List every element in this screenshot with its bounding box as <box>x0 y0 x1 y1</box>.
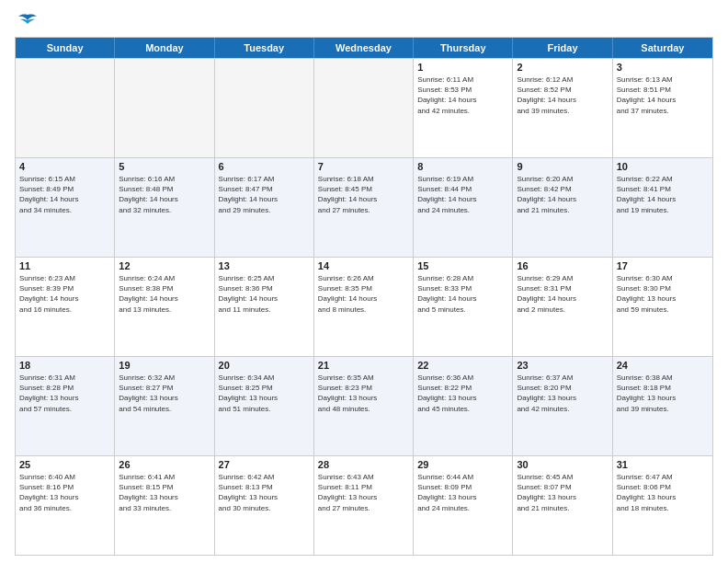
cal-cell-11: 11Sunrise: 6:23 AMSunset: 8:39 PMDayligh… <box>16 258 115 356</box>
day-number: 10 <box>617 161 709 172</box>
cell-info-line: and 42 minutes. <box>517 404 608 414</box>
cell-info-line: and 39 minutes. <box>617 404 709 414</box>
header-day-sunday: Sunday <box>16 38 115 58</box>
cell-info-line: Sunrise: 6:16 AM <box>119 174 210 184</box>
cell-info-line: Sunrise: 6:31 AM <box>19 373 110 383</box>
cell-info-line: Sunset: 8:20 PM <box>517 383 608 393</box>
cell-info-line: and 13 minutes. <box>119 304 210 315</box>
day-number: 19 <box>119 360 210 371</box>
day-number: 11 <box>19 260 110 271</box>
cell-info-line: Sunset: 8:18 PM <box>617 383 709 393</box>
cell-info-line: Sunrise: 6:23 AM <box>19 273 110 283</box>
cell-info-line: Sunset: 8:52 PM <box>517 85 608 95</box>
cell-info-line: Daylight: 14 hours <box>19 293 110 304</box>
cell-info-line: and 18 minutes. <box>617 503 709 513</box>
cal-cell-25: 25Sunrise: 6:40 AMSunset: 8:16 PMDayligh… <box>16 456 115 555</box>
day-number: 30 <box>517 459 608 470</box>
cell-info-line: Sunset: 8:36 PM <box>219 283 310 293</box>
cal-cell-12: 12Sunrise: 6:24 AMSunset: 8:38 PMDayligh… <box>115 258 214 356</box>
cell-info-line: and 11 minutes. <box>219 304 310 315</box>
cal-cell-15: 15Sunrise: 6:28 AMSunset: 8:33 PMDayligh… <box>414 258 513 356</box>
cell-info-line: and 37 minutes. <box>617 106 709 116</box>
cell-info-line: and 27 minutes. <box>318 205 409 215</box>
cell-info-line: and 5 minutes. <box>417 304 508 315</box>
cell-info-line: Daylight: 13 hours <box>19 492 110 502</box>
cell-info-line: Sunset: 8:48 PM <box>119 184 210 194</box>
cell-info-line: Sunset: 8:09 PM <box>417 482 508 492</box>
day-number: 27 <box>219 459 310 470</box>
cell-info-line: Daylight: 14 hours <box>219 293 310 304</box>
day-number: 14 <box>318 260 409 271</box>
cell-info-line: and 34 minutes. <box>19 205 110 215</box>
cal-cell-22: 22Sunrise: 6:36 AMSunset: 8:22 PMDayligh… <box>414 357 513 455</box>
cell-info-line: Daylight: 14 hours <box>617 95 709 105</box>
cell-info-line: Sunset: 8:41 PM <box>617 184 709 194</box>
day-number: 28 <box>318 459 409 470</box>
cell-info-line: Sunset: 8:27 PM <box>119 383 210 393</box>
cell-info-line: Sunset: 8:38 PM <box>119 283 210 293</box>
cell-info-line: Sunset: 8:33 PM <box>417 283 508 293</box>
cell-info-line: and 48 minutes. <box>318 404 409 414</box>
cell-info-line: Sunset: 8:23 PM <box>318 383 409 393</box>
cal-cell-18: 18Sunrise: 6:31 AMSunset: 8:28 PMDayligh… <box>16 357 115 455</box>
cell-info-line: Sunset: 8:25 PM <box>219 383 310 393</box>
cal-cell-1: 1Sunrise: 6:11 AMSunset: 8:53 PMDaylight… <box>414 59 513 157</box>
week-row-1: 1Sunrise: 6:11 AMSunset: 8:53 PMDaylight… <box>16 58 712 157</box>
day-number: 15 <box>417 260 508 271</box>
cell-info-line: Sunset: 8:22 PM <box>417 383 508 393</box>
cell-info-line: and 24 minutes. <box>417 205 508 215</box>
cal-cell-23: 23Sunrise: 6:37 AMSunset: 8:20 PMDayligh… <box>513 357 612 455</box>
calendar: SundayMondayTuesdayWednesdayThursdayFrid… <box>15 37 713 556</box>
cell-info-line: Sunrise: 6:43 AM <box>318 472 409 482</box>
cal-cell-5: 5Sunrise: 6:16 AMSunset: 8:48 PMDaylight… <box>115 158 214 257</box>
header-day-saturday: Saturday <box>613 38 712 58</box>
cell-info-line: and 19 minutes. <box>617 205 709 215</box>
cell-info-line: and 30 minutes. <box>219 503 310 513</box>
cell-info-line: Daylight: 13 hours <box>417 393 508 403</box>
cell-info-line: Daylight: 14 hours <box>119 293 210 304</box>
day-number: 8 <box>417 161 508 172</box>
cell-info-line: and 29 minutes. <box>219 205 310 215</box>
cell-info-line: and 57 minutes. <box>19 404 110 414</box>
cell-info-line: Sunset: 8:51 PM <box>617 85 709 95</box>
cell-info-line: Daylight: 13 hours <box>219 492 310 502</box>
cell-info-line: Sunrise: 6:37 AM <box>517 373 608 383</box>
cal-cell-27: 27Sunrise: 6:42 AMSunset: 8:13 PMDayligh… <box>215 456 314 555</box>
cal-cell-20: 20Sunrise: 6:34 AMSunset: 8:25 PMDayligh… <box>215 357 314 455</box>
day-number: 20 <box>219 360 310 371</box>
cal-cell-8: 8Sunrise: 6:19 AMSunset: 8:44 PMDaylight… <box>414 158 513 257</box>
cell-info-line: and 27 minutes. <box>318 503 409 513</box>
cell-info-line: Daylight: 13 hours <box>417 492 508 502</box>
cell-info-line: Daylight: 14 hours <box>417 293 508 304</box>
day-number: 31 <box>617 459 709 470</box>
cell-info-line: Daylight: 14 hours <box>318 194 409 204</box>
cell-info-line: Daylight: 14 hours <box>517 293 608 304</box>
cell-info-line: and 33 minutes. <box>119 503 210 513</box>
cal-cell-4: 4Sunrise: 6:15 AMSunset: 8:49 PMDaylight… <box>16 158 115 257</box>
cell-info-line: Sunset: 8:53 PM <box>417 85 508 95</box>
cell-info-line: Sunset: 8:16 PM <box>19 482 110 492</box>
cal-cell-24: 24Sunrise: 6:38 AMSunset: 8:18 PMDayligh… <box>613 357 712 455</box>
day-number: 12 <box>119 260 210 271</box>
cell-info-line: Daylight: 13 hours <box>517 492 608 502</box>
cell-info-line: Sunrise: 6:18 AM <box>318 174 409 184</box>
cell-info-line: Daylight: 14 hours <box>318 293 409 304</box>
cal-cell-3: 3Sunrise: 6:13 AMSunset: 8:51 PMDaylight… <box>613 59 712 157</box>
cell-info-line: and 42 minutes. <box>417 106 508 116</box>
cell-info-line: Sunset: 8:30 PM <box>617 283 709 293</box>
day-number: 26 <box>119 459 210 470</box>
cell-info-line: Sunrise: 6:28 AM <box>417 273 508 283</box>
cell-info-line: Sunset: 8:47 PM <box>219 184 310 194</box>
cell-info-line: Daylight: 13 hours <box>19 393 110 403</box>
cell-info-line: Sunrise: 6:11 AM <box>417 75 508 85</box>
day-number: 21 <box>318 360 409 371</box>
cell-info-line: Sunrise: 6:17 AM <box>219 174 310 184</box>
cell-info-line: Sunset: 8:35 PM <box>318 283 409 293</box>
page: SundayMondayTuesdayWednesdayThursdayFrid… <box>0 0 728 563</box>
cell-info-line: Sunrise: 6:45 AM <box>517 472 608 482</box>
cell-info-line: Sunset: 8:42 PM <box>517 184 608 194</box>
cell-info-line: Sunrise: 6:22 AM <box>617 174 709 184</box>
day-number: 4 <box>19 161 110 172</box>
cell-info-line: and 32 minutes. <box>119 205 210 215</box>
day-number: 29 <box>417 459 508 470</box>
